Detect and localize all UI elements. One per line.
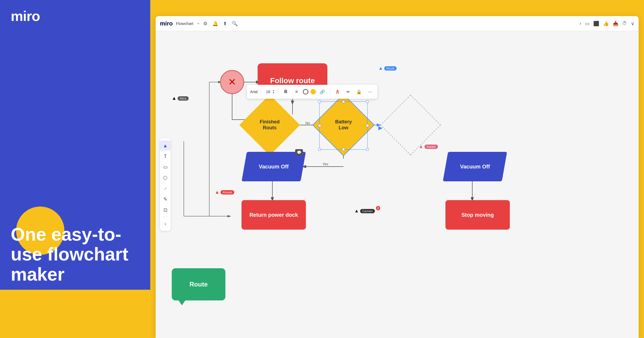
comment-icon[interactable]: 💬 [295,149,303,156]
format-divider-3 [330,88,330,95]
akira-cursor-arrow: ▲ [172,95,177,101]
topbar: miro Flowchart ✦ ⚙ 🔔 ⬆ 🔍 › ▭ ⬛ 👍 📥 ⏱ ∨ [156,16,639,31]
natalie-cursor-label: Natalie [425,145,438,149]
text-tool[interactable]: T [160,151,171,161]
topbar-star-icon[interactable]: ✦ [197,21,200,26]
pen-tool[interactable]: ✎ [160,194,171,204]
nicole-cursor-arrow: ▲ [378,65,383,71]
align-button[interactable]: ≡ [292,87,301,96]
more-icon[interactable]: ∨ [631,21,634,27]
border-style-circle[interactable] [303,89,308,94]
app-window: miro Flowchart ✦ ⚙ 🔔 ⬆ 🔍 › ▭ ⬛ 👍 📥 ⏱ ∨ [156,16,639,338]
no-label: No [305,121,310,125]
miro-logo-left: miro [11,8,40,24]
share-icon[interactable]: ⬆ [223,21,227,27]
frame-tool[interactable]: ⊡ [160,205,171,215]
handle-tr[interactable] [366,100,369,103]
cursor-carmen: ▲ Carmen 2 [354,208,375,214]
handle-tl[interactable] [318,100,321,103]
ahmed-cursor-label: Ahmed [221,190,234,194]
font-size-value[interactable]: 18 [264,90,272,94]
cursor-nicole: ▲ Nicole [378,65,397,71]
node-route[interactable]: Route [172,268,225,300]
more-format-button[interactable]: ⋯ [365,87,374,96]
font-selector[interactable]: Arial [250,90,258,94]
topbar-left: miro Flowchart ✦ [160,20,200,27]
carmen-cursor-arrow: ▲ [354,208,359,214]
chevron-right-icon[interactable]: › [580,21,581,26]
left-bottom-yellow [0,290,150,338]
note-tool[interactable]: ▭ [160,162,171,172]
placeholder-arrow-icon: ▶ [378,124,382,131]
screen-icon[interactable]: ⬛ [593,21,599,27]
format-divider-1 [261,88,261,95]
carmen-cursor-label: Carmen [360,209,375,213]
handle-br[interactable] [366,148,369,151]
right-panel: miro Flowchart ✦ ⚙ 🔔 ⬆ 🔍 › ▭ ⬛ 👍 📥 ⏱ ∨ [150,0,644,338]
natalie-cursor-arrow: ▲ [419,144,423,149]
node-return-power-dock[interactable]: Return power dock [241,200,306,230]
text-color-button[interactable]: A [333,87,342,96]
yes-label: Yes [323,162,328,166]
node-vacuum-off-right-label: Vacuum Off [445,152,504,181]
export-icon[interactable]: 📥 [613,21,619,27]
ahmed-cursor-arrow: ▲ [215,189,219,195]
link-button[interactable]: 🔗 [318,87,327,96]
sticky-tool[interactable]: ⬡ [160,173,171,183]
cursor-akira: ▲ Akira [172,95,189,101]
lock-button[interactable]: 🔒 [355,87,363,96]
format-divider-2 [278,88,278,95]
fill-color-circle[interactable] [310,89,316,94]
node-finished-routs-label: FinishedRouts [248,104,291,146]
more-tools[interactable]: › [160,219,171,229]
nicole-cursor-label: Nicole [384,66,397,71]
akira-cursor-label: Akira [178,96,189,101]
topbar-miro-logo: miro [160,20,173,27]
handle-bl[interactable] [318,148,321,151]
notifications-icon[interactable]: 🔔 [212,21,218,27]
topbar-title[interactable]: Flowchart [176,21,193,26]
left-tagline: One easy-to-use flowchart maker [11,224,140,284]
cursor-natalie: ▲ Natalie [419,144,438,149]
left-blob [0,0,150,161]
left-panel: miro One easy-to-use flowchart maker [0,0,150,338]
pen-button[interactable]: ✏ [344,87,353,96]
cursor-ahmed: ▲ Ahmed [215,189,234,195]
table-icon[interactable]: ▭ [585,21,590,27]
node-circle-x[interactable]: ✕ [220,70,244,94]
toolbar-separator [161,217,169,217]
node-battery-low-label: BatteryLow [322,104,365,146]
topbar-icons: ⚙ 🔔 ⬆ 🔍 [203,21,238,27]
node-stop-moving[interactable]: Stop moving [445,200,510,230]
font-size-arrows: ▲ ▼ [272,89,275,94]
search-icon[interactable]: 🔍 [232,21,238,27]
format-toolbar: Arial 18 ▲ ▼ B ≡ 🔗 A ✏ 🔒 [247,85,377,99]
timer-icon[interactable]: ⏱ [622,21,627,26]
font-size-control: 18 ▲ ▼ [264,89,275,94]
font-size-down[interactable]: ▼ [272,92,275,94]
like-icon[interactable]: 👍 [603,21,609,27]
canvas-area[interactable]: ▲ T ▭ ⬡ ⟋ ✎ ⊡ › Arial 18 ▲ ▼ [156,31,639,338]
settings-icon[interactable]: ⚙ [203,21,207,27]
topbar-right: › ▭ ⬛ 👍 📥 ⏱ ∨ [580,21,634,27]
cursor-tool[interactable]: ▲ [160,141,171,151]
node-vacuum-off-left-label: Vacuum Off [244,152,303,181]
bold-button[interactable]: B [281,87,290,96]
line-tool[interactable]: ⟋ [160,183,171,194]
left-toolbar: ▲ T ▭ ⬡ ⟋ ✎ ⊡ › [160,138,171,231]
carmen-notif-badge: 2 [376,206,380,210]
